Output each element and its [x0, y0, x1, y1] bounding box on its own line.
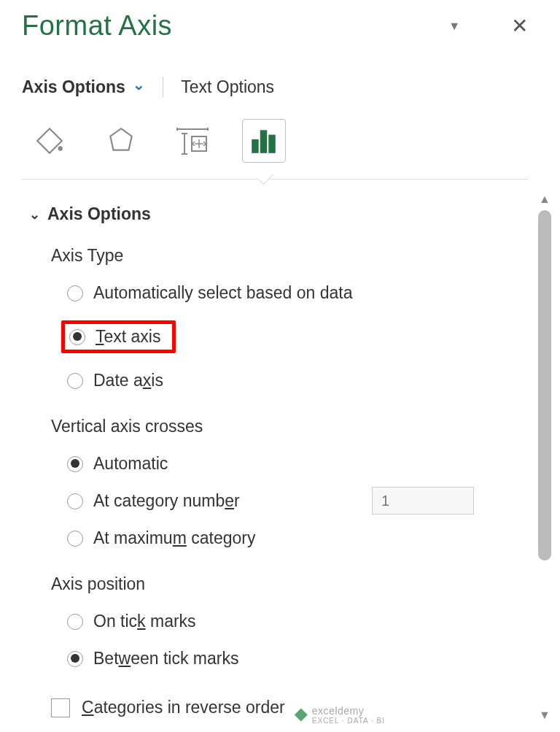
svg-rect-13 — [260, 130, 267, 153]
axis-options-icon[interactable] — [242, 119, 286, 163]
axis-type-group: Automatically select based on data Text … — [67, 283, 528, 390]
scroll-thumb[interactable] — [538, 210, 551, 560]
checkbox-reverse-order-label: Categories in reverse order — [82, 698, 285, 717]
svg-rect-12 — [252, 139, 258, 153]
scroll-up-icon[interactable]: ▲ — [539, 193, 551, 206]
fill-line-icon[interactable] — [28, 119, 71, 163]
svg-rect-14 — [268, 135, 275, 153]
watermark-sub: EXCEL · DATA · BI — [312, 717, 385, 725]
radio-auto-select[interactable]: Automatically select based on data — [67, 283, 528, 303]
format-axis-pane: Format Axis ▼ ✕ Axis Options ⌄ Text Opti… — [0, 0, 560, 732]
vertical-axis-crosses-group: Automatic At category number At maximum … — [67, 454, 528, 548]
scroll-track[interactable] — [538, 210, 551, 704]
scroll-down-icon[interactable]: ▼ — [539, 709, 551, 722]
tab-axis-options[interactable]: Axis Options ⌄ — [22, 77, 145, 97]
close-icon[interactable]: ✕ — [511, 14, 528, 38]
watermark-brand: exceldemy — [312, 705, 385, 717]
pane-title: Format Axis — [22, 10, 172, 42]
radio-at-category-number-label: At category number — [93, 491, 240, 511]
axis-type-label: Axis Type — [51, 246, 528, 266]
pane-tabs: Axis Options ⌄ Text Options — [22, 77, 557, 97]
radio-text-axis-label: Text axis — [96, 327, 160, 347]
chevron-down-icon: ⌄ — [29, 207, 40, 223]
radio-automatic-label: Automatic — [93, 454, 168, 474]
radio-icon[interactable] — [67, 531, 83, 547]
highlight-annotation: Text axis — [61, 320, 176, 353]
axis-position-group: On tick marks Between tick marks — [67, 612, 528, 669]
size-properties-icon[interactable] — [171, 119, 214, 163]
section-axis-options-label: Axis Options — [47, 204, 151, 224]
watermark: exceldemy EXCEL · DATA · BI — [295, 705, 385, 725]
radio-at-max-category[interactable]: At maximum category — [67, 528, 528, 548]
task-pane-options-icon[interactable]: ▼ — [448, 20, 460, 33]
tab-text-options[interactable]: Text Options — [181, 77, 274, 97]
radio-at-max-category-label: At maximum category — [93, 528, 255, 548]
radio-between-tick-marks-label: Between tick marks — [93, 649, 238, 669]
radio-icon[interactable] — [67, 285, 83, 301]
svg-marker-0 — [37, 128, 62, 153]
tab-divider — [163, 77, 163, 97]
tab-axis-options-label: Axis Options — [22, 77, 125, 96]
radio-text-axis[interactable]: Text axis — [67, 320, 528, 353]
radio-at-category-number[interactable]: At category number — [67, 491, 528, 511]
axis-position-label: Axis position — [51, 574, 528, 594]
checkbox-icon[interactable] — [51, 698, 70, 717]
radio-icon[interactable] — [67, 614, 83, 630]
effects-icon[interactable] — [99, 119, 143, 163]
pane-header-controls: ▼ ✕ — [448, 14, 528, 38]
radio-on-tick-marks-label: On tick marks — [93, 612, 196, 631]
radio-on-tick-marks[interactable]: On tick marks — [67, 612, 528, 631]
pane-header: Format Axis ▼ ✕ — [22, 10, 557, 42]
scroll-body: ⌄ Axis Options Axis Type Automatically s… — [22, 193, 532, 732]
svg-point-1 — [58, 146, 63, 150]
radio-date-axis-label: Date axis — [93, 371, 163, 390]
watermark-logo-icon — [295, 709, 308, 722]
radio-date-axis[interactable]: Date axis — [67, 371, 528, 390]
category-number-input[interactable] — [372, 487, 474, 515]
options-icon-row — [28, 119, 557, 163]
vertical-axis-crosses-label: Vertical axis crosses — [51, 417, 528, 436]
scrollbar[interactable]: ▲ ▼ — [532, 193, 557, 732]
section-axis-options-header[interactable]: ⌄ Axis Options — [29, 204, 528, 224]
chevron-down-icon: ⌄ — [133, 76, 145, 93]
content-area: ⌄ Axis Options Axis Type Automatically s… — [22, 193, 557, 732]
radio-between-tick-marks[interactable]: Between tick marks — [67, 649, 528, 669]
watermark-text: exceldemy EXCEL · DATA · BI — [312, 705, 385, 725]
divider-line — [22, 179, 528, 180]
checkbox-reverse-order[interactable]: Categories in reverse order — [51, 698, 528, 717]
radio-icon[interactable] — [67, 373, 83, 389]
radio-icon[interactable] — [67, 456, 83, 472]
radio-icon[interactable] — [67, 651, 83, 667]
svg-marker-2 — [110, 128, 131, 150]
radio-icon[interactable] — [69, 329, 85, 345]
radio-auto-label: Automatically select based on data — [93, 283, 352, 303]
radio-automatic[interactable]: Automatic — [67, 454, 528, 474]
active-tab-pointer — [257, 169, 274, 185]
radio-icon[interactable] — [67, 493, 83, 509]
